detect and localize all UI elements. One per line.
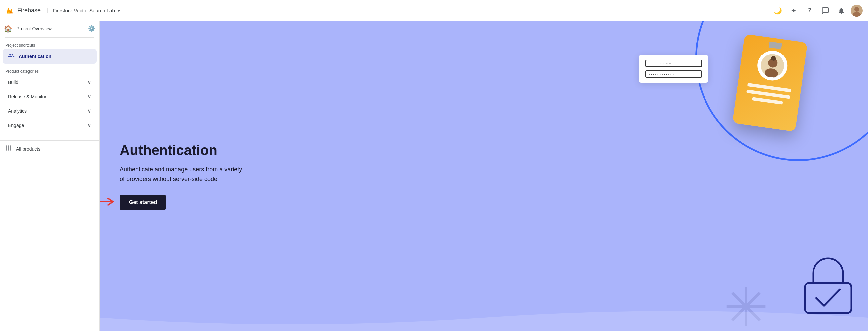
topbar: Firebase Firestore Vector Search Lab ▾ 🌙… xyxy=(0,0,868,21)
red-arrow-icon xyxy=(100,195,116,208)
firebase-icon xyxy=(5,6,14,15)
card-line-3 xyxy=(752,97,783,105)
auth-people-icon xyxy=(8,52,14,60)
authentication-label: Authentication xyxy=(19,54,51,59)
settings-icon[interactable]: ⚙️ xyxy=(88,25,95,32)
content-text-block: Authentication Authenticate and manage u… xyxy=(100,122,266,230)
notifications-button[interactable] xyxy=(835,4,848,17)
svg-rect-6 xyxy=(6,147,7,148)
home-icon: 🏠 xyxy=(4,25,12,33)
project-overview-label: Project Overview xyxy=(16,26,84,31)
topbar-right: 🌙 ✦ ? xyxy=(771,4,863,17)
get-started-button[interactable]: Get started xyxy=(120,195,166,210)
sidebar-home-item[interactable]: 🏠 Project Overview ⚙️ xyxy=(0,21,99,36)
sparkle-button[interactable]: ✦ xyxy=(787,4,800,17)
svg-rect-7 xyxy=(8,147,9,148)
user-avatar[interactable] xyxy=(851,5,863,17)
build-label: Build xyxy=(8,80,18,85)
wave-decoration xyxy=(100,304,868,331)
svg-rect-11 xyxy=(10,149,11,150)
login-form-illustration: ○○○○○○○○ •••••••••••• xyxy=(639,55,709,83)
engage-label: Engage xyxy=(8,123,24,128)
page-title: Authentication xyxy=(120,142,246,158)
sidebar-category-analytics[interactable]: Analytics ∨ xyxy=(3,104,97,118)
firebase-name-label: Firebase xyxy=(17,7,40,14)
chat-button[interactable] xyxy=(819,4,832,17)
analytics-label: Analytics xyxy=(8,108,27,114)
sidebar-divider-1 xyxy=(5,37,94,37)
sidebar-category-release-monitor[interactable]: Release & Monitor ∨ xyxy=(3,89,97,104)
firebase-logo: Firebase xyxy=(5,6,40,15)
arrow-indicator xyxy=(100,195,116,210)
avatar-image xyxy=(851,5,863,17)
login-field-1-dots: ○○○○○○○○ xyxy=(649,62,672,65)
id-card-illustration xyxy=(733,34,808,131)
topbar-project[interactable]: Firestore Vector Search Lab ▾ xyxy=(47,8,125,13)
analytics-chevron-icon: ∨ xyxy=(87,108,91,114)
project-name-label: Firestore Vector Search Lab xyxy=(53,8,115,13)
card-clip xyxy=(769,41,782,49)
svg-point-1 xyxy=(855,7,859,12)
login-field-2: •••••••••••• xyxy=(645,70,702,78)
login-field-2-dots: •••••••••••• xyxy=(649,72,675,76)
svg-rect-8 xyxy=(10,147,11,148)
login-field-1: ○○○○○○○○ xyxy=(645,60,702,67)
release-monitor-label: Release & Monitor xyxy=(8,94,46,99)
sidebar-category-engage[interactable]: Engage ∨ xyxy=(3,118,97,132)
dark-mode-button[interactable]: 🌙 xyxy=(771,4,784,17)
page-description: Authenticate and manage users from a var… xyxy=(120,165,246,184)
chat-icon xyxy=(822,7,829,14)
grid-icon xyxy=(5,145,12,153)
topbar-left: Firebase Firestore Vector Search Lab ▾ xyxy=(5,6,125,15)
card-photo xyxy=(755,49,789,83)
svg-rect-4 xyxy=(8,146,9,147)
product-categories-label: Product categories xyxy=(0,64,99,75)
svg-rect-10 xyxy=(8,149,9,150)
main-content-area: Authentication Authenticate and manage u… xyxy=(100,21,868,331)
project-dropdown-icon: ▾ xyxy=(118,8,120,13)
card-person-icon xyxy=(760,53,785,79)
cta-wrapper: Get started xyxy=(120,195,166,210)
bell-icon xyxy=(838,7,845,14)
svg-rect-5 xyxy=(10,146,11,147)
engage-chevron-icon: ∨ xyxy=(87,122,91,128)
sidebar-category-build[interactable]: Build ∨ xyxy=(3,75,97,89)
help-button[interactable]: ? xyxy=(803,4,816,17)
build-chevron-icon: ∨ xyxy=(87,79,91,85)
project-shortcuts-label: Project shortcuts xyxy=(0,39,99,49)
svg-rect-3 xyxy=(6,146,7,147)
release-monitor-chevron-icon: ∨ xyxy=(87,93,91,100)
all-products-item[interactable]: All products xyxy=(0,140,99,157)
sidebar: 🏠 Project Overview ⚙️ Project shortcuts … xyxy=(0,21,100,331)
sidebar-item-authentication[interactable]: Authentication xyxy=(3,49,97,64)
all-products-label: All products xyxy=(16,146,40,152)
main-layout: 🏠 Project Overview ⚙️ Project shortcuts … xyxy=(0,21,868,331)
svg-rect-9 xyxy=(6,149,7,150)
